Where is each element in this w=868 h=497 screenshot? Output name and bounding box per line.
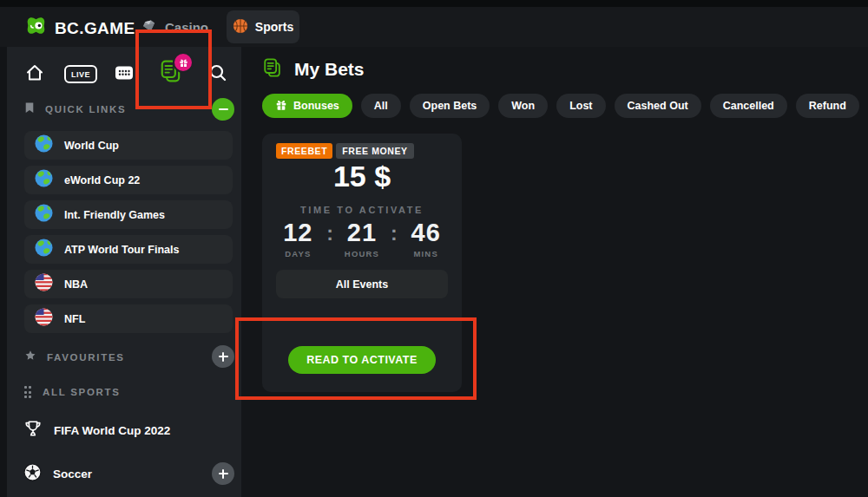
expand-soccer-button[interactable] <box>212 462 234 485</box>
sidebar-item-label: Soccer <box>53 468 92 481</box>
all-events-button[interactable]: All Events <box>276 270 448 298</box>
bet-slip-icon <box>159 71 183 86</box>
live-icon: LIVE <box>64 65 97 83</box>
sidebar-item-nba[interactable]: NBA <box>24 270 233 298</box>
sports-tab-label: Sports <box>255 20 293 34</box>
globe-icon <box>35 134 53 156</box>
add-favourite-button[interactable] <box>212 345 234 368</box>
main-content: My Bets Bonuses All Open Bets Won Lost C… <box>241 47 868 497</box>
brand-name: BC.GAME <box>55 19 135 38</box>
filter-tab-all[interactable]: All <box>361 94 401 118</box>
sidebar-item-soccer[interactable]: Soccer <box>23 461 92 486</box>
sidebar-item-nfl[interactable]: NFL <box>24 304 233 333</box>
live-label: LIVE <box>71 70 90 79</box>
all-sports-header: ALL SPORTS <box>24 385 121 399</box>
my-bets-nav-button[interactable] <box>159 59 183 87</box>
sidebar-item-fifa-world-cup-2022[interactable]: FIFA World Cup 2022 <box>23 418 170 442</box>
sidebar: LIVE <box>0 47 241 497</box>
sidebar-item-label: World Cup <box>64 140 119 152</box>
quick-links-header: QUICK LINKS <box>24 102 126 116</box>
live-nav-button[interactable]: LIVE <box>64 65 97 83</box>
countdown-timer: 12 DAYS : 21 HOURS : 46 MINS <box>262 219 462 258</box>
freebet-badge: FREEBET <box>276 143 332 159</box>
calendar-icon <box>114 71 135 86</box>
filter-tab-cancelled[interactable]: Cancelled <box>710 94 787 118</box>
bonus-gift-badge-icon <box>173 52 194 73</box>
sidebar-item-atp-world-tour-finals[interactable]: ATP World Tour Finals <box>24 235 233 264</box>
window-top-edge <box>0 0 868 7</box>
search-button[interactable] <box>207 62 228 87</box>
topbar: BC.GAME Casino Sports <box>0 7 868 47</box>
countdown-separator: : <box>391 219 398 245</box>
soccer-ball-icon <box>23 463 42 485</box>
filter-tab-label: All <box>374 100 388 112</box>
filter-tab-lost[interactable]: Lost <box>556 94 605 118</box>
collapse-quick-links-button[interactable] <box>212 98 234 121</box>
filter-tab-label: Cashed Out <box>628 100 688 112</box>
all-sports-label: ALL SPORTS <box>43 387 121 397</box>
filter-tab-refund[interactable]: Refund <box>796 94 859 118</box>
sidebar-item-label: NBA <box>64 278 88 291</box>
basketball-icon <box>233 18 248 36</box>
bonus-amount: 15 $ <box>262 160 462 193</box>
gift-icon <box>275 99 287 114</box>
bonus-badges: FREEBET FREE MONEY <box>276 143 414 159</box>
page-title: My Bets <box>294 59 365 80</box>
sidebar-item-label: FIFA World Cup 2022 <box>54 424 170 437</box>
bcgame-logo-icon <box>24 15 48 42</box>
filter-tab-label: Open Bets <box>423 100 477 112</box>
sidebar-item-label: ATP World Tour Finals <box>64 244 179 256</box>
trophy-icon <box>23 419 43 441</box>
filter-tab-label: Won <box>511 100 535 112</box>
bonus-card: FREEBET FREE MONEY 15 $ TIME TO ACTIVATE… <box>262 134 462 392</box>
home-icon <box>24 71 45 86</box>
sidebar-item-eworld-cup[interactable]: eWorld Cup 22 <box>24 166 233 194</box>
star-icon <box>24 350 36 365</box>
home-nav-button[interactable] <box>24 62 45 87</box>
page-title-row: My Bets <box>262 57 365 82</box>
us-flag-icon <box>35 308 53 330</box>
brand-logo[interactable]: BC.GAME <box>24 15 135 42</box>
topbar-tab-casino[interactable]: Casino <box>141 16 208 37</box>
sidebar-item-label: NFL <box>64 313 85 325</box>
schedule-nav-button[interactable] <box>114 62 135 87</box>
sidebar-item-label: eWorld Cup 22 <box>64 174 140 186</box>
filter-tab-label: Refund <box>809 100 846 112</box>
favourites-label: FAVOURITES <box>47 352 125 363</box>
countdown-mins: 46 MINS <box>401 219 451 258</box>
countdown-hours: 21 HOURS <box>337 219 387 258</box>
globe-icon <box>35 204 53 226</box>
quick-links-list: World Cup eWorld Cup 22 Int. Friendly Ga… <box>24 131 233 333</box>
gem-icon <box>141 18 157 36</box>
favourites-header: FAVOURITES <box>24 350 125 364</box>
quick-links-label: QUICK LINKS <box>45 104 126 114</box>
topbar-tab-sports[interactable]: Sports <box>227 10 299 43</box>
bookmark-icon <box>24 101 35 117</box>
sidebar-item-label: Int. Friendly Games <box>64 209 165 221</box>
globe-icon <box>35 239 53 260</box>
filter-tab-bonuses[interactable]: Bonuses <box>262 94 352 118</box>
free-money-badge: FREE MONEY <box>336 143 413 159</box>
filter-tab-label: Cancelled <box>723 100 774 112</box>
globe-icon <box>35 169 53 191</box>
sidebar-scroll-strip[interactable] <box>0 47 7 497</box>
filter-tab-label: Bonuses <box>293 100 339 112</box>
sidebar-item-world-cup[interactable]: World Cup <box>24 131 233 160</box>
filter-tab-cashed-out[interactable]: Cashed Out <box>615 94 701 118</box>
countdown-title: TIME TO ACTIVATE <box>262 205 462 215</box>
bet-slip-icon <box>262 57 283 82</box>
read-to-activate-button[interactable]: READ TO ACTIVATE <box>288 346 436 374</box>
bet-filter-tabs: Bonuses All Open Bets Won Lost Cashed Ou… <box>262 94 859 118</box>
filter-tab-won[interactable]: Won <box>498 94 548 118</box>
casino-tab-label: Casino <box>165 20 208 35</box>
countdown-days: 12 DAYS <box>273 219 323 258</box>
filter-tab-open-bets[interactable]: Open Bets <box>410 94 490 118</box>
search-icon <box>207 71 228 86</box>
grid-icon <box>24 386 32 397</box>
sidebar-item-int-friendly-games[interactable]: Int. Friendly Games <box>24 200 233 229</box>
filter-tab-label: Lost <box>569 100 592 112</box>
countdown-separator: : <box>326 219 333 245</box>
us-flag-icon <box>35 273 53 295</box>
